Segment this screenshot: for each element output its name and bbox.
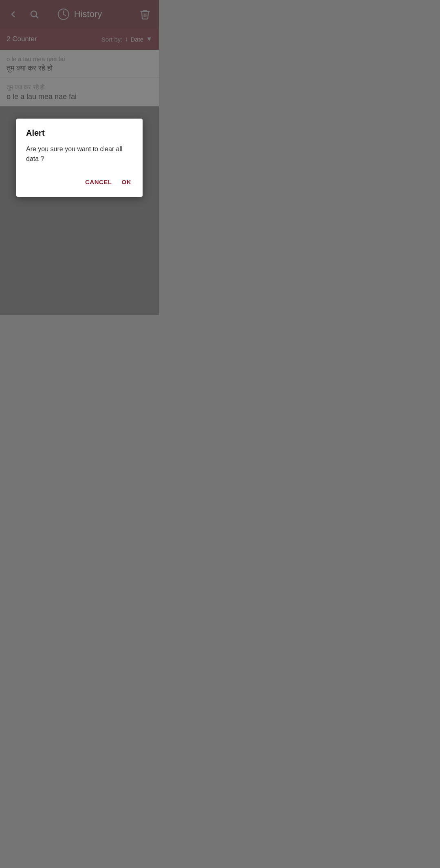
- ok-button[interactable]: OK: [120, 175, 133, 189]
- alert-title: Alert: [26, 128, 133, 138]
- alert-dialog: Alert Are you sure you want to clear all…: [16, 119, 143, 197]
- alert-message: Are you sure you want to clear all data …: [26, 144, 133, 164]
- alert-buttons: CANCEL OK: [26, 175, 133, 192]
- modal-overlay: Alert Are you sure you want to clear all…: [0, 0, 159, 315]
- cancel-button[interactable]: CANCEL: [84, 175, 114, 189]
